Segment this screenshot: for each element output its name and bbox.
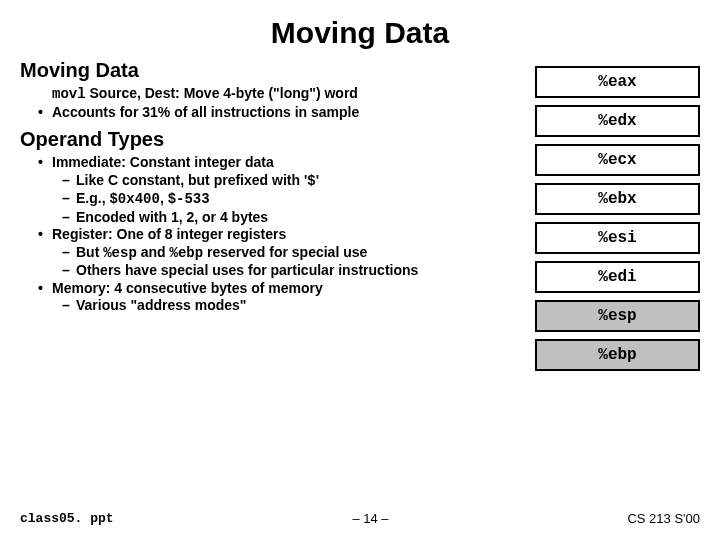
but-post: reserved for special use [203, 244, 367, 260]
like-c-dollar: $ [307, 173, 315, 189]
eg-a: $0x400 [109, 191, 159, 207]
heading-operand-types: Operand Types [20, 127, 525, 152]
reg-ebx: %ebx [535, 183, 700, 215]
reg-edx: %edx [535, 105, 700, 137]
like-c-pre: Like C constant, but prefixed with ' [76, 172, 307, 188]
memory-line: Memory: 4 consecutive bytes of memory [20, 280, 525, 298]
like-c-line: Like C constant, but prefixed with '$' [20, 172, 525, 191]
heading-moving-data: Moving Data [20, 58, 525, 83]
but-mid: and [137, 244, 170, 260]
movl-code: movl [52, 86, 86, 102]
others-line: Others have special uses for particular … [20, 262, 525, 280]
but-line: But %esp and %ebp reserved for special u… [20, 244, 525, 263]
immediate-line: Immediate: Constant integer data [20, 154, 525, 172]
footer-file: class05. ppt [20, 511, 114, 526]
but-ebp: %ebp [170, 245, 204, 261]
register-line: Register: One of 8 integer registers [20, 226, 525, 244]
content-row: Moving Data movl Source, Dest: Move 4-by… [20, 58, 700, 378]
reg-esp: %esp [535, 300, 700, 332]
left-column: Moving Data movl Source, Dest: Move 4-by… [20, 58, 525, 378]
movl-line: movl Source, Dest: Move 4-byte ("long") … [20, 85, 525, 104]
reg-eax: %eax [535, 66, 700, 98]
eg-line: E.g., $0x400, $-533 [20, 190, 525, 209]
reg-ecx: %ecx [535, 144, 700, 176]
reg-ebp: %ebp [535, 339, 700, 371]
like-c-post: ' [316, 172, 319, 188]
encoded-line: Encoded with 1, 2, or 4 bytes [20, 209, 525, 227]
footer-page: – 14 – [352, 511, 388, 526]
reg-esi: %esi [535, 222, 700, 254]
but-esp: %esp [103, 245, 137, 261]
eg-mid: , [160, 190, 168, 206]
various-line: Various "address modes" [20, 297, 525, 315]
but-pre: But [76, 244, 103, 260]
register-table: %eax %edx %ecx %ebx %esi %edi %esp %ebp [535, 58, 700, 378]
eg-b: $-533 [168, 191, 210, 207]
footer: class05. ppt – 14 – CS 213 S'00 [20, 511, 700, 526]
eg-pre: E.g., [76, 190, 109, 206]
slide-title: Moving Data [20, 16, 700, 50]
movl-rest: Source, Dest: Move 4-byte ("long") word [86, 85, 358, 101]
footer-course: CS 213 S'00 [627, 511, 700, 526]
accounts-line: Accounts for 31% of all instructions in … [20, 104, 525, 122]
reg-edi: %edi [535, 261, 700, 293]
